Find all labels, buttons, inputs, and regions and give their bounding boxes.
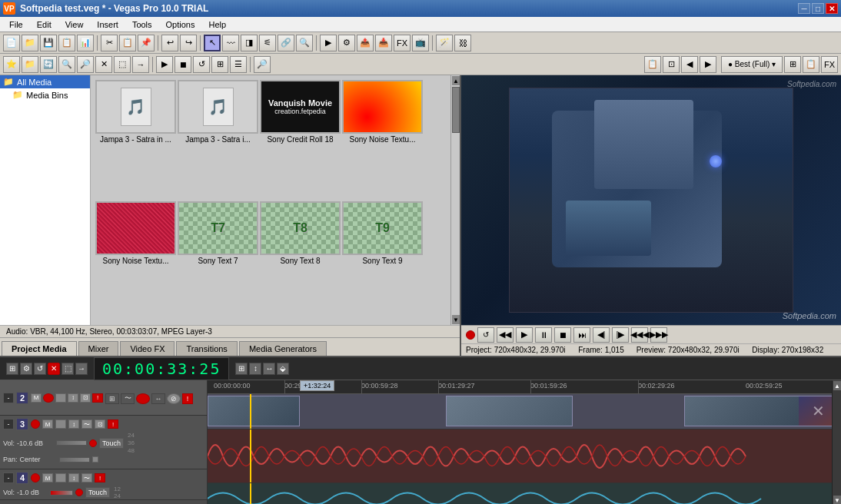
render-button[interactable]: ▶ [320, 35, 337, 51]
track-4-lock[interactable] [55, 473, 66, 482]
preview-slow-btn[interactable]: ◀◀◀ [631, 327, 648, 343]
timeline-right-ctrl-2[interactable]: ↕ [249, 363, 261, 375]
tab-transitions[interactable]: Transitions [176, 341, 237, 356]
timeline-right-ctrl-4[interactable]: ⬙ [277, 363, 289, 375]
timeline-ctrl-3[interactable]: ↺ [34, 363, 46, 375]
paste-button[interactable]: 📌 [138, 35, 155, 51]
preview-capture-btn[interactable]: 📋 [644, 56, 661, 73]
glue-button[interactable]: 🔗 [278, 35, 294, 51]
play-media-btn[interactable]: ▶ [156, 56, 173, 73]
track-2-mute2[interactable]: ⊘ [167, 393, 181, 404]
new-button[interactable]: 📄 [3, 35, 20, 51]
zoom-in-button[interactable]: 🔍 [296, 35, 313, 51]
timeline-right-ctrl-1[interactable]: ⊞ [235, 363, 248, 375]
track-2-solo[interactable] [43, 393, 54, 403]
track-4-vol-dot[interactable] [75, 489, 83, 496]
fx-button[interactable]: FX [394, 35, 411, 51]
media-zoom-in[interactable]: 🔍 [58, 56, 75, 73]
quality-dropdown[interactable]: ● Best (Full) ▾ [721, 56, 783, 73]
media-thumb-3[interactable]: Sony Noise Textu... [342, 80, 423, 200]
track-4-touch-btn[interactable]: Touch [85, 487, 110, 498]
chain-button[interactable]: ⛓ [454, 35, 471, 51]
track-2-rec[interactable]: ! [92, 393, 103, 403]
minimize-button[interactable]: ─ [798, 3, 810, 14]
auto-preview-btn[interactable]: 🔎 [254, 56, 271, 73]
tab-project-media[interactable]: Project Media [2, 341, 77, 356]
import-button[interactable]: 📥 [375, 35, 392, 51]
media-thumb-4[interactable]: Sony Noise Textu... [95, 201, 176, 321]
track-expand-3[interactable]: - [3, 419, 14, 429]
preview-fx-btn[interactable]: FX [821, 56, 838, 73]
timeline-ctrl-2[interactable]: ⚙ [20, 363, 32, 375]
tab-mixer[interactable]: Mixer [78, 341, 119, 356]
track-3-fx[interactable]: ↕ [68, 419, 79, 429]
track-2-pan[interactable]: ↔ [151, 393, 165, 404]
preview-next-frame-btn[interactable]: |▶ [612, 327, 629, 343]
stop-media-btn[interactable]: ⏹ [175, 56, 191, 73]
split-button[interactable]: ⚟ [259, 35, 276, 51]
track-3-touch-btn[interactable]: Touch [99, 438, 124, 449]
preview-zoom-btn[interactable]: 📋 [803, 56, 819, 73]
timeline-ctrl-1[interactable]: ⊞ [6, 363, 18, 375]
track-2-lock[interactable] [55, 393, 66, 403]
loop-media-btn[interactable]: ↺ [193, 56, 210, 73]
timeline-ctrl-4[interactable]: ✕ [48, 363, 60, 375]
media-thumb-1[interactable]: 🎵 Jampa 3 - Satra i... [178, 80, 258, 200]
media-delete[interactable]: ✕ [95, 56, 112, 73]
list-view-btn[interactable]: ☰ [230, 56, 247, 73]
media-thumb-0[interactable]: 🎵 Jampa 3 - Satra in ... [95, 80, 176, 200]
copy-button[interactable]: 📋 [119, 35, 136, 51]
save-as-button[interactable]: 📋 [58, 35, 75, 51]
preview-next-btn[interactable]: ▶ [700, 56, 716, 73]
track-2-mute[interactable]: M [31, 393, 42, 403]
preview-play-btn[interactable]: ▶ [516, 327, 533, 343]
preview-fast-btn[interactable]: ▶▶▶ [650, 327, 667, 343]
tab-video-fx[interactable]: Video FX [120, 341, 175, 356]
preview-split-btn[interactable]: ⊡ [663, 56, 680, 73]
preview-pause-btn[interactable]: ⏸ [535, 327, 552, 343]
preview-skip-end-btn[interactable]: ⏭ [573, 327, 590, 343]
preview-toggle[interactable]: 📺 [412, 35, 429, 51]
menu-insert[interactable]: Insert [91, 18, 125, 31]
track-2-fx[interactable]: ↕ [68, 393, 78, 403]
track-3-pan-slider[interactable] [59, 457, 90, 463]
track-4-env[interactable]: 〜 [81, 473, 92, 482]
media-star[interactable]: ⭐ [3, 56, 20, 73]
scroll-thumb[interactable] [452, 87, 460, 133]
track-2-envelope[interactable]: 〜 [121, 393, 135, 404]
save-button[interactable]: 💾 [40, 35, 57, 51]
track-3-mute[interactable]: M [42, 419, 53, 429]
track-2-comp[interactable]: ⊞ [105, 393, 119, 404]
menu-file[interactable]: File [3, 18, 29, 31]
cursor-button[interactable]: ↖ [204, 35, 221, 51]
menu-options[interactable]: Options [160, 18, 201, 31]
menu-help[interactable]: Help [202, 18, 232, 31]
tree-item-media-bins[interactable]: 📁 Media Bins [0, 88, 90, 101]
track-4-warn[interactable]: ! [95, 473, 105, 482]
track-4-rec-indicator[interactable] [31, 473, 40, 482]
track-4-vol-slider[interactable] [50, 490, 73, 496]
trim-button[interactable]: ◨ [241, 35, 258, 51]
wand-button[interactable]: 🪄 [436, 35, 453, 51]
track-3-vol-slider[interactable] [56, 440, 87, 446]
preview-loop-btn[interactable]: ↺ [477, 327, 494, 343]
media-folder[interactable]: 📁 [22, 56, 38, 73]
timeline-scroll-down[interactable]: ▼ [833, 496, 841, 504]
media-refresh[interactable]: 🔄 [40, 56, 57, 73]
media-thumb-5[interactable]: T7 Sony Text 7 [178, 201, 258, 321]
media-thumb-6[interactable]: T8 Sony Text 8 [260, 201, 341, 321]
redo-button[interactable]: ↪ [180, 35, 197, 51]
media-zoom-out[interactable]: 🔎 [77, 56, 94, 73]
tree-item-all-media[interactable]: 📁 All Media [0, 75, 90, 88]
scroll-down-btn[interactable]: ▼ [452, 315, 460, 324]
video-clip-2[interactable] [446, 396, 573, 426]
track-2-rec2[interactable] [136, 393, 150, 404]
preview-stop-btn[interactable]: ⏹ [554, 327, 571, 343]
timeline-ctrl-5[interactable]: ⬚ [61, 363, 74, 375]
envelope-button[interactable]: 〰 [222, 35, 239, 51]
properties-button[interactable]: 📊 [77, 35, 94, 51]
menu-tools[interactable]: Tools [126, 18, 158, 31]
media-thumb-7[interactable]: T9 Sony Text 9 [342, 201, 423, 321]
track-3-lock[interactable] [55, 419, 66, 429]
preview-prev-btn[interactable]: ◀ [681, 56, 698, 73]
